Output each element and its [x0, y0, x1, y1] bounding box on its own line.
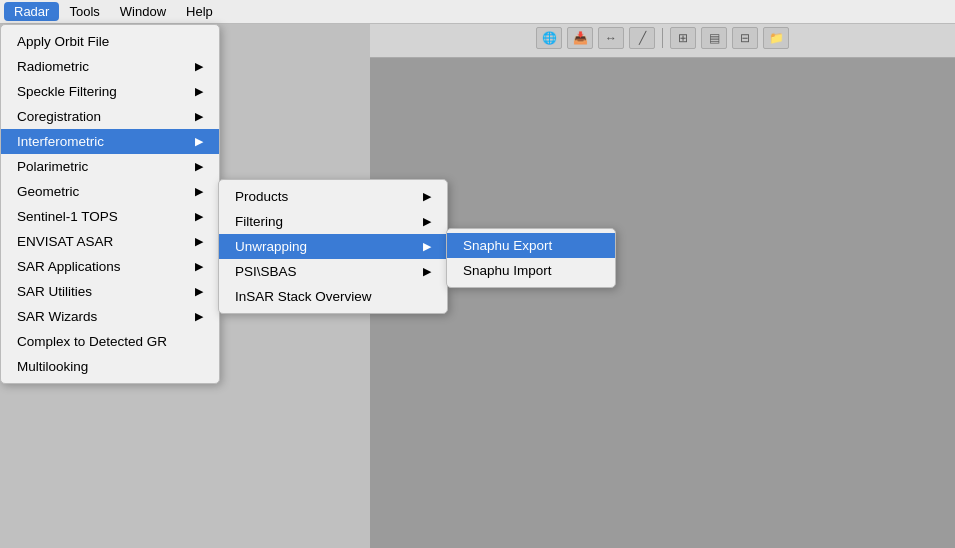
grid-icon-2[interactable]: ▤	[701, 27, 727, 49]
arrow-icon-speckle: ▶	[195, 85, 203, 98]
menu-item-speckle-filtering[interactable]: Speckle Filtering ▶	[1, 79, 219, 104]
arrow-icon-polarimetric: ▶	[195, 160, 203, 173]
menu-item-geometric[interactable]: Geometric ▶	[1, 179, 219, 204]
menu-item-radiometric[interactable]: Radiometric ▶	[1, 54, 219, 79]
menu-level1: Apply Orbit File Radiometric ▶ Speckle F…	[0, 24, 220, 384]
menu-item-snaphu-export[interactable]: Snaphu Export	[447, 233, 615, 258]
menubar-item-window[interactable]: Window	[110, 2, 176, 21]
arrow-icon-unwrapping: ▶	[423, 240, 431, 253]
menu-item-insar-stack-overview[interactable]: InSAR Stack Overview	[219, 284, 447, 309]
menu-item-sar-wizards[interactable]: SAR Wizards ▶	[1, 304, 219, 329]
arrow-icon-radiometric: ▶	[195, 60, 203, 73]
menu-item-polarimetric[interactable]: Polarimetric ▶	[1, 154, 219, 179]
arrow-icon-sar-apps: ▶	[195, 260, 203, 273]
menu-item-sar-utilities[interactable]: SAR Utilities ▶	[1, 279, 219, 304]
menu-item-complex-detected[interactable]: Complex to Detected GR	[1, 329, 219, 354]
menu-item-filtering[interactable]: Filtering ▶	[219, 209, 447, 234]
arrow-icon-sar-wizards: ▶	[195, 310, 203, 323]
arrow-icon-psi-sbas: ▶	[423, 265, 431, 278]
grid-icon-1[interactable]: ⊞	[670, 27, 696, 49]
menubar-item-help[interactable]: Help	[176, 2, 223, 21]
menu-item-coregistration[interactable]: Coregistration ▶	[1, 104, 219, 129]
menu-item-snaphu-import[interactable]: Snaphu Import	[447, 258, 615, 283]
globe-icon[interactable]: 🌐	[536, 27, 562, 49]
menubar-item-radar[interactable]: Radar	[4, 2, 59, 21]
menu-item-sar-applications[interactable]: SAR Applications ▶	[1, 254, 219, 279]
line-tool-icon[interactable]: ╱	[629, 27, 655, 49]
arrow-icon-filtering: ▶	[423, 215, 431, 228]
arrow-icon-sar-utils: ▶	[195, 285, 203, 298]
menu-level2: Products ▶ Filtering ▶ Unwrapping ▶ PSI\…	[218, 179, 448, 314]
menu-level3: Snaphu Export Snaphu Import	[446, 228, 616, 288]
menu-item-interferometric[interactable]: Interferometric ▶	[1, 129, 219, 154]
menubar-item-tools[interactable]: Tools	[59, 2, 109, 21]
arrow-icon-sentinel: ▶	[195, 210, 203, 223]
toolbar-separator-1	[662, 28, 663, 48]
menu-item-multilooking[interactable]: Multilooking	[1, 354, 219, 379]
arrow-icon-interferometric: ▶	[195, 135, 203, 148]
folder-icon[interactable]: 📁	[763, 27, 789, 49]
menubar: Radar Tools Window Help	[0, 0, 955, 24]
arrow-icon-geometric: ▶	[195, 185, 203, 198]
arrow-icon-coreg: ▶	[195, 110, 203, 123]
toolbar-icons: 🌐 📥 ↔ ╱ ⊞ ▤ ⊟ 📁	[536, 27, 789, 49]
import-icon[interactable]: 📥	[567, 27, 593, 49]
menu-item-sentinel1-tops[interactable]: Sentinel-1 TOPS ▶	[1, 204, 219, 229]
menu-item-unwrapping[interactable]: Unwrapping ▶	[219, 234, 447, 259]
arrow-icon[interactable]: ↔	[598, 27, 624, 49]
arrow-icon-envisat: ▶	[195, 235, 203, 248]
menu-item-apply-orbit-file[interactable]: Apply Orbit File	[1, 29, 219, 54]
grid-icon-3[interactable]: ⊟	[732, 27, 758, 49]
menu-item-products[interactable]: Products ▶	[219, 184, 447, 209]
arrow-icon-products: ▶	[423, 190, 431, 203]
menu-item-envisat-asar[interactable]: ENVISAT ASAR ▶	[1, 229, 219, 254]
menu-item-psi-sbas[interactable]: PSI\SBAS ▶	[219, 259, 447, 284]
